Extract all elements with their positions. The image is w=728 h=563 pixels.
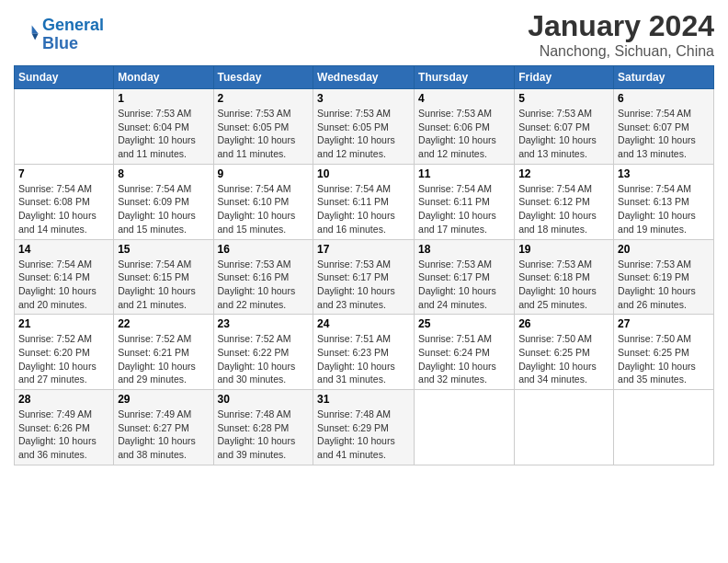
sunset-text: Sunset: 6:07 PM: [618, 121, 710, 134]
calendar-page: General Blue January 2024 Nanchong, Sich…: [0, 0, 728, 563]
day-info: Sunrise: 7:53 AMSunset: 6:18 PMDaylight:…: [518, 258, 609, 312]
sunset-text: Sunset: 6:10 PM: [218, 195, 310, 209]
sunset-text: Sunset: 6:25 PM: [618, 346, 710, 360]
day-info: Sunrise: 7:54 AMSunset: 6:11 PMDaylight:…: [317, 182, 410, 236]
day-number: 16: [218, 243, 310, 256]
sunrise-text: Sunrise: 7:53 AM: [317, 258, 410, 271]
sunset-text: Sunset: 6:21 PM: [118, 346, 209, 360]
daylight-text: Daylight: 10 hours and 20 minutes.: [18, 284, 109, 311]
sunrise-text: Sunrise: 7:53 AM: [118, 107, 209, 121]
day-number: 1: [118, 92, 209, 105]
day-info: Sunrise: 7:52 AMSunset: 6:22 PMDaylight:…: [218, 332, 310, 386]
daylight-text: Daylight: 10 hours and 32 minutes.: [418, 360, 510, 386]
day-info: Sunrise: 7:54 AMSunset: 6:15 PMDaylight:…: [118, 258, 209, 312]
weekday-friday: Friday: [515, 66, 614, 89]
day-info: Sunrise: 7:52 AMSunset: 6:21 PMDaylight:…: [118, 332, 209, 386]
day-number: 21: [18, 317, 109, 330]
week-row-5: 28Sunrise: 7:49 AMSunset: 6:26 PMDayligh…: [15, 390, 714, 465]
calendar-cell: 9Sunrise: 7:54 AMSunset: 6:10 PMDaylight…: [213, 164, 313, 239]
calendar-cell: 27Sunrise: 7:50 AMSunset: 6:25 PMDayligh…: [614, 315, 714, 390]
title-area: January 2024 Nanchong, Sichuan, China: [528, 9, 714, 60]
calendar-cell: 4Sunrise: 7:53 AMSunset: 6:06 PMDaylight…: [415, 89, 515, 165]
day-number: 17: [317, 243, 410, 256]
day-number: 20: [618, 243, 710, 256]
sunrise-text: Sunrise: 7:53 AM: [518, 107, 609, 121]
weekday-sunday: Sunday: [15, 66, 114, 89]
daylight-text: Daylight: 10 hours and 22 minutes.: [218, 284, 310, 311]
sunset-text: Sunset: 6:17 PM: [317, 270, 410, 284]
sunset-text: Sunset: 6:19 PM: [618, 270, 710, 284]
calendar-cell: 14Sunrise: 7:54 AMSunset: 6:14 PMDayligh…: [15, 239, 114, 315]
calendar-cell: 29Sunrise: 7:49 AMSunset: 6:27 PMDayligh…: [114, 390, 213, 465]
weekday-monday: Monday: [114, 66, 213, 89]
sunset-text: Sunset: 6:06 PM: [418, 121, 510, 134]
day-number: 15: [118, 243, 209, 256]
sunset-text: Sunset: 6:08 PM: [18, 195, 109, 209]
day-number: 7: [18, 167, 109, 180]
calendar-cell: 7Sunrise: 7:54 AMSunset: 6:08 PMDaylight…: [15, 164, 114, 239]
sunset-text: Sunset: 6:26 PM: [18, 421, 109, 435]
day-info: Sunrise: 7:54 AMSunset: 6:12 PMDaylight:…: [518, 182, 609, 236]
sunrise-text: Sunrise: 7:54 AM: [317, 182, 410, 196]
sunrise-text: Sunrise: 7:53 AM: [317, 107, 410, 121]
daylight-text: Daylight: 10 hours and 23 minutes.: [317, 284, 410, 311]
day-info: Sunrise: 7:49 AMSunset: 6:26 PMDaylight:…: [18, 408, 109, 462]
day-number: 11: [418, 167, 510, 180]
sunrise-text: Sunrise: 7:54 AM: [518, 182, 609, 196]
day-info: Sunrise: 7:54 AMSunset: 6:08 PMDaylight:…: [18, 182, 109, 236]
sunrise-text: Sunrise: 7:53 AM: [218, 258, 310, 271]
calendar-cell: 22Sunrise: 7:52 AMSunset: 6:21 PMDayligh…: [114, 315, 213, 390]
calendar-cell: 10Sunrise: 7:54 AMSunset: 6:11 PMDayligh…: [313, 164, 415, 239]
daylight-text: Daylight: 10 hours and 27 minutes.: [18, 360, 109, 386]
sunrise-text: Sunrise: 7:54 AM: [118, 182, 209, 196]
sunset-text: Sunset: 6:04 PM: [118, 121, 209, 134]
calendar-cell: [515, 390, 614, 465]
week-row-1: 1Sunrise: 7:53 AMSunset: 6:04 PMDaylight…: [15, 89, 714, 165]
day-info: Sunrise: 7:53 AMSunset: 6:07 PMDaylight:…: [518, 107, 609, 161]
sunrise-text: Sunrise: 7:54 AM: [18, 182, 109, 196]
calendar-cell: 5Sunrise: 7:53 AMSunset: 6:07 PMDaylight…: [515, 89, 614, 165]
calendar-table: SundayMondayTuesdayWednesdayThursdayFrid…: [14, 65, 714, 465]
day-number: 2: [218, 92, 310, 105]
calendar-cell: 11Sunrise: 7:54 AMSunset: 6:11 PMDayligh…: [415, 164, 515, 239]
daylight-text: Daylight: 10 hours and 24 minutes.: [418, 284, 510, 311]
day-number: 30: [218, 393, 310, 406]
sunset-text: Sunset: 6:24 PM: [418, 346, 510, 360]
day-info: Sunrise: 7:53 AMSunset: 6:05 PMDaylight:…: [218, 107, 310, 161]
sunset-text: Sunset: 6:14 PM: [18, 270, 109, 284]
weekday-thursday: Thursday: [415, 66, 515, 89]
sunset-text: Sunset: 6:18 PM: [518, 270, 609, 284]
calendar-cell: 12Sunrise: 7:54 AMSunset: 6:12 PMDayligh…: [515, 164, 614, 239]
calendar-cell: 19Sunrise: 7:53 AMSunset: 6:18 PMDayligh…: [515, 239, 614, 315]
logo: General Blue: [14, 17, 104, 53]
sunrise-text: Sunrise: 7:52 AM: [18, 332, 109, 346]
day-number: 12: [518, 167, 609, 180]
sunset-text: Sunset: 6:27 PM: [118, 421, 209, 435]
location-subtitle: Nanchong, Sichuan, China: [528, 43, 714, 60]
daylight-text: Daylight: 10 hours and 25 minutes.: [518, 284, 609, 311]
sunset-text: Sunset: 6:16 PM: [218, 270, 310, 284]
day-info: Sunrise: 7:49 AMSunset: 6:27 PMDaylight:…: [118, 408, 209, 462]
sunrise-text: Sunrise: 7:49 AM: [18, 408, 109, 421]
daylight-text: Daylight: 10 hours and 29 minutes.: [118, 360, 209, 386]
calendar-cell: 18Sunrise: 7:53 AMSunset: 6:17 PMDayligh…: [415, 239, 515, 315]
calendar-cell: 13Sunrise: 7:54 AMSunset: 6:13 PMDayligh…: [614, 164, 714, 239]
day-info: Sunrise: 7:54 AMSunset: 6:14 PMDaylight:…: [18, 258, 109, 312]
day-number: 6: [618, 92, 710, 105]
sunrise-text: Sunrise: 7:48 AM: [218, 408, 310, 421]
sunset-text: Sunset: 6:22 PM: [218, 346, 310, 360]
day-info: Sunrise: 7:48 AMSunset: 6:29 PMDaylight:…: [317, 408, 410, 462]
day-number: 27: [618, 317, 710, 330]
calendar-cell: [15, 89, 114, 165]
svg-marker-0: [32, 25, 39, 33]
sunrise-text: Sunrise: 7:54 AM: [618, 182, 710, 196]
sunrise-text: Sunrise: 7:49 AM: [118, 408, 209, 421]
calendar-cell: 17Sunrise: 7:53 AMSunset: 6:17 PMDayligh…: [313, 239, 415, 315]
sunrise-text: Sunrise: 7:52 AM: [118, 332, 209, 346]
week-row-2: 7Sunrise: 7:54 AMSunset: 6:08 PMDaylight…: [15, 164, 714, 239]
calendar-cell: 24Sunrise: 7:51 AMSunset: 6:23 PMDayligh…: [313, 315, 415, 390]
weekday-saturday: Saturday: [614, 66, 714, 89]
sunset-text: Sunset: 6:29 PM: [317, 421, 410, 435]
day-info: Sunrise: 7:53 AMSunset: 6:17 PMDaylight:…: [418, 258, 510, 312]
daylight-text: Daylight: 10 hours and 21 minutes.: [118, 284, 209, 311]
